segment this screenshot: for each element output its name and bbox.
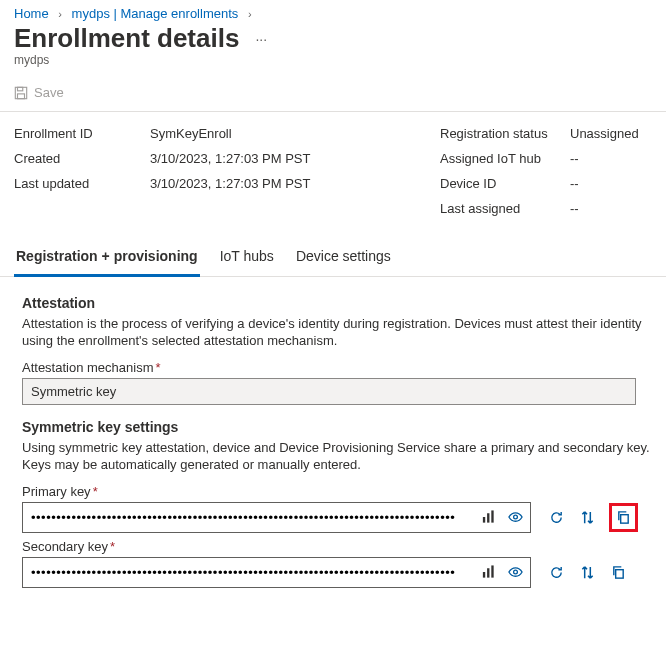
svg-rect-1 xyxy=(18,87,23,91)
svg-rect-8 xyxy=(483,572,485,578)
assigned-hub-value: -- xyxy=(570,151,639,166)
chevron-right-icon: › xyxy=(52,8,68,20)
enrollment-id-label: Enrollment ID xyxy=(14,126,150,141)
copy-icon[interactable] xyxy=(609,563,628,582)
svg-rect-7 xyxy=(621,514,629,522)
primary-key-input[interactable] xyxy=(22,502,531,533)
tab-iot-hubs[interactable]: IoT hubs xyxy=(218,246,276,276)
last-updated-value: 3/10/2023, 1:27:03 PM PST xyxy=(150,176,440,191)
regenerate-icon[interactable] xyxy=(547,563,566,582)
breadcrumb-item[interactable]: mydps | Manage enrollments xyxy=(72,6,239,21)
page-subtitle: mydps xyxy=(0,53,666,67)
svg-point-11 xyxy=(514,570,518,574)
copy-icon[interactable] xyxy=(614,508,633,527)
save-label: Save xyxy=(34,85,64,100)
attestation-mechanism-label: Attestation mechanism xyxy=(22,360,154,375)
last-assigned-label: Last assigned xyxy=(440,201,570,216)
symmetric-key-title: Symmetric key settings xyxy=(22,419,652,435)
svg-rect-9 xyxy=(487,568,489,577)
eye-icon[interactable] xyxy=(506,563,525,582)
save-icon xyxy=(14,86,28,100)
primary-key-label: Primary key xyxy=(22,484,91,499)
breadcrumb: Home › mydps | Manage enrollments › xyxy=(0,0,666,21)
tab-device-settings[interactable]: Device settings xyxy=(294,246,393,276)
more-actions-button[interactable]: ··· xyxy=(251,27,271,51)
page-title: Enrollment details xyxy=(14,23,239,54)
last-assigned-value: -- xyxy=(570,201,639,216)
enrollment-id-value: SymKeyEnroll xyxy=(150,126,440,141)
eye-icon[interactable] xyxy=(506,508,525,527)
save-button[interactable]: Save xyxy=(14,85,64,100)
tab-registration-provisioning[interactable]: Registration + provisioning xyxy=(14,246,200,277)
svg-rect-5 xyxy=(491,511,493,523)
regenerate-icon[interactable] xyxy=(547,508,566,527)
last-updated-label: Last updated xyxy=(14,176,150,191)
attestation-mechanism-field: Symmetric key xyxy=(22,378,636,405)
svg-point-6 xyxy=(514,515,518,519)
registration-status-value: Unassigned xyxy=(570,126,639,141)
copy-highlight xyxy=(609,503,638,532)
symmetric-key-desc: Using symmetric key attestation, device … xyxy=(22,439,652,474)
device-id-label: Device ID xyxy=(440,176,570,191)
breadcrumb-home[interactable]: Home xyxy=(14,6,49,21)
assigned-hub-label: Assigned IoT hub xyxy=(440,151,570,166)
chart-icon[interactable] xyxy=(479,563,498,582)
swap-icon[interactable] xyxy=(578,508,597,527)
svg-rect-3 xyxy=(483,517,485,523)
created-value: 3/10/2023, 1:27:03 PM PST xyxy=(150,151,440,166)
svg-rect-4 xyxy=(487,513,489,522)
created-label: Created xyxy=(14,151,150,166)
svg-rect-2 xyxy=(18,93,25,98)
registration-status-label: Registration status xyxy=(440,126,570,141)
device-id-value: -- xyxy=(570,176,639,191)
secondary-key-label: Secondary key xyxy=(22,539,108,554)
svg-rect-12 xyxy=(616,569,624,577)
swap-icon[interactable] xyxy=(578,563,597,582)
chart-icon[interactable] xyxy=(479,508,498,527)
attestation-title: Attestation xyxy=(22,295,652,311)
chevron-right-icon: › xyxy=(242,8,258,20)
attestation-desc: Attestation is the process of verifying … xyxy=(22,315,652,350)
secondary-key-input[interactable] xyxy=(22,557,531,588)
tab-bar: Registration + provisioning IoT hubs Dev… xyxy=(0,230,666,277)
svg-rect-10 xyxy=(491,566,493,578)
